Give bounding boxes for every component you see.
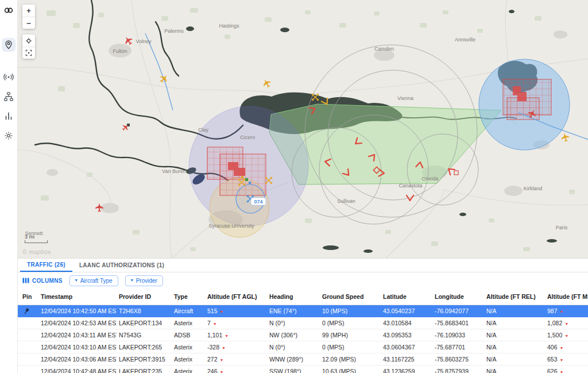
panel-tabs: TRAFFIC (26) LAANC AUTHORIZATIONS (1) xyxy=(18,259,588,272)
app-logo-icon[interactable] xyxy=(2,3,16,17)
trend-down-icon: ▼ xyxy=(564,322,568,326)
trend-down-icon: ▼ xyxy=(560,310,564,314)
columns-button-label: COLUMNS xyxy=(32,278,63,284)
cell-longitude: -75.8683401 xyxy=(432,320,484,326)
trend-down-icon: ▼ xyxy=(560,346,564,350)
locate-button[interactable] xyxy=(22,34,35,47)
cell-alt-rel: N/A xyxy=(484,332,545,339)
filter-label: Aircraft Type xyxy=(80,278,113,284)
waypoint-badge[interactable]: 074 xyxy=(251,198,266,205)
map-label: Vienna xyxy=(397,95,413,101)
cell-type: Asterix xyxy=(172,368,205,373)
zoom-in-button[interactable]: + xyxy=(22,5,35,17)
table-header: Pin Timestamp Provider ID Type Altitude … xyxy=(18,289,588,305)
broadcast-icon xyxy=(3,72,14,82)
map-pin-icon xyxy=(3,40,14,50)
alt-msl-value: 1,500 xyxy=(547,332,562,339)
traffic-table: Pin Timestamp Provider ID Type Altitude … xyxy=(18,289,588,373)
table-row[interactable]: 12/04/2024 10:43:10 AM EST LAKEPORT:265 … xyxy=(18,341,588,353)
trend-down-icon: ▼ xyxy=(225,334,229,338)
table-toolbar: COLUMNS ▾ Aircraft Type ▾ Provider xyxy=(18,272,588,289)
col-latitude: Latitude xyxy=(381,293,432,300)
cell-ground-speed: 99 (MPH) xyxy=(320,332,381,339)
alt-msl-value: 626 xyxy=(547,368,558,373)
alt-msl-value: 1,082 xyxy=(547,320,562,326)
map-label: Syracuse University xyxy=(208,223,254,229)
scale-line xyxy=(25,240,48,243)
zoom-out-button[interactable]: − xyxy=(22,17,35,29)
cell-longitude: -75.8603275 xyxy=(432,356,484,363)
locate-icon xyxy=(25,37,33,45)
sidebar-item-analytics[interactable] xyxy=(2,109,16,123)
table-row[interactable]: 12/04/2024 10:43:06 AM EST LAKEPORT:3915… xyxy=(18,353,588,366)
cell-alt-agl: 7▼ xyxy=(205,320,267,326)
table-row[interactable]: 12/04/2024 10:42:50 AM EST T2H6X8 Aircra… xyxy=(18,305,588,317)
cell-provider-id: N7543G xyxy=(117,332,172,339)
cell-heading: NW (306°) xyxy=(267,332,320,339)
col-longitude: Longitude xyxy=(432,293,484,300)
cell-heading: SSW (198°) xyxy=(267,368,320,373)
sidebar-item-hierarchy[interactable] xyxy=(2,90,16,103)
filter-aircraft-type[interactable]: ▾ Aircraft Type xyxy=(69,275,118,286)
map-label: Sullivan xyxy=(337,198,355,204)
chevron-down-icon: ▾ xyxy=(131,278,133,283)
alt-msl-value: 406 xyxy=(547,344,558,351)
cell-provider-id: LAKEPORT:235 xyxy=(117,368,172,373)
scale-label: 3 mi xyxy=(25,234,34,240)
cell-alt-msl: 626▼ xyxy=(545,368,588,373)
columns-icon xyxy=(22,277,29,284)
cell-longitude: -75.687701 xyxy=(432,344,484,351)
zoom-control: + − xyxy=(22,5,35,29)
map-label: Annsville xyxy=(455,37,475,43)
crosshair-icon xyxy=(25,49,33,57)
cell-alt-agl: -328▼ xyxy=(205,344,267,351)
cell-heading: N (0°) xyxy=(267,320,320,326)
cell-ground-speed: 0 (MPS) xyxy=(320,344,381,351)
cell-longitude: -75.8757939 xyxy=(432,368,484,373)
tab-traffic[interactable]: TRAFFIC (26) xyxy=(20,259,72,272)
col-alt-agl: Altitude (FT AGL) xyxy=(205,293,267,300)
cell-alt-msl: 653▼ xyxy=(545,356,588,363)
sidebar-item-settings[interactable] xyxy=(2,129,16,143)
traffic-panel: TRAFFIC (26) LAANC AUTHORIZATIONS (1) CO… xyxy=(18,258,588,373)
col-ground-speed: Ground Speed xyxy=(320,293,381,300)
tab-laanc-authorizations[interactable]: LAANC AUTHORIZATIONS (1) xyxy=(72,259,171,272)
map-attribution: © mapbox xyxy=(22,249,51,255)
filter-provider[interactable]: ▾ Provider xyxy=(125,275,163,286)
recenter-button[interactable] xyxy=(22,47,35,59)
cell-provider-id: LAKEPORT:134 xyxy=(117,320,172,326)
cell-provider-id: LAKEPORT:3915 xyxy=(117,356,172,363)
cell-longitude: -76.109033 xyxy=(432,332,484,339)
map-label: Hastings xyxy=(219,23,239,29)
cell-timestamp: 12/04/2024 10:42:48 AM EST xyxy=(38,368,117,373)
nav-control xyxy=(22,34,35,59)
cell-type: Asterix xyxy=(172,356,205,363)
cell-type: ADSB xyxy=(172,332,205,339)
cell-ground-speed: 10 (MPS) xyxy=(320,307,381,314)
cell-latitude: 43.0540237 xyxy=(381,307,432,314)
map-label: Paris xyxy=(556,225,568,230)
map-label: Kirkland xyxy=(524,186,543,191)
pin-cell[interactable] xyxy=(18,307,38,316)
sidebar-item-broadcast[interactable] xyxy=(2,70,16,84)
sidebar-item-location[interactable] xyxy=(2,38,16,52)
cell-heading: WNW (289°) xyxy=(267,356,320,363)
table-row[interactable]: 12/04/2024 10:42:53 AM EST LAKEPORT:134 … xyxy=(18,317,588,329)
cell-alt-msl: 406▼ xyxy=(545,344,588,351)
table-row[interactable]: 12/04/2024 10:42:48 AM EST LAKEPORT:235 … xyxy=(18,366,588,373)
cell-alt-agl: 272▼ xyxy=(205,356,267,363)
cell-alt-agl: 515▼ xyxy=(205,307,267,314)
columns-button[interactable]: COLUMNS xyxy=(22,277,63,284)
map-scale: 3 mi xyxy=(25,234,48,243)
cell-alt-agl: 246▼ xyxy=(205,368,267,373)
map-container[interactable]: Palermo Hastings Volney Fulton Camden An… xyxy=(18,0,588,258)
alt-agl-value: 7 xyxy=(207,320,211,326)
cell-alt-msl: 1,500▼ xyxy=(545,332,588,339)
cell-alt-agl: 1,101▼ xyxy=(205,332,267,339)
cell-heading: ENE (74°) xyxy=(267,307,320,314)
map-canvas[interactable]: Palermo Hastings Volney Fulton Camden An… xyxy=(18,0,588,258)
table-row[interactable]: 12/04/2024 10:43:11 AM EST N7543G ADSB 1… xyxy=(18,329,588,341)
cell-ground-speed: 0 (MPS) xyxy=(320,320,381,326)
cell-latitude: 43.0604367 xyxy=(381,344,432,351)
trend-down-icon: ▼ xyxy=(220,310,224,314)
